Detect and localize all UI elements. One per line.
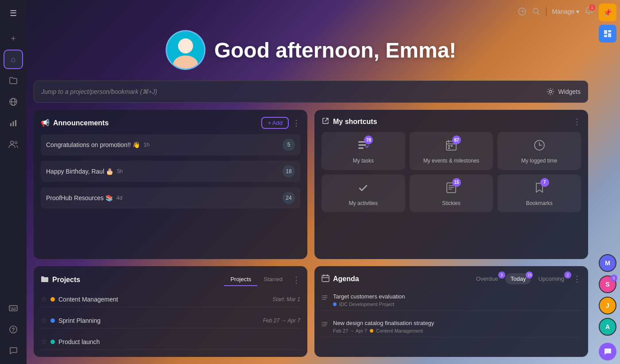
sidebar-item-keyboard[interactable] [4,298,23,318]
svg-rect-64 [608,33,611,37]
agenda-project: Content Management [376,328,423,333]
announcement-item[interactable]: Happy Birthday, Raul 🎂 5h 18 [41,161,300,182]
agenda-project: IDC Development Project [339,302,394,307]
announcements-add-button[interactable]: + Add [261,117,289,129]
agenda-content: Target customers evaluation IDC Developm… [333,293,581,307]
notification-badge: 1 [589,4,595,11]
agenda-calendar-icon [322,274,329,284]
notifications-button[interactable]: 1 [585,6,593,17]
project-name: Content Management [58,296,118,303]
sidebar-item-network[interactable] [4,92,23,112]
announcement-item[interactable]: ProofHub Resources 📚 4d 24 [41,187,300,209]
events-label: My events & milestones [423,158,480,165]
announcement-text: ProofHub Resources 📚 4d [46,194,122,201]
agenda-item[interactable]: Target customers evaluation IDC Developm… [322,290,581,311]
tab-overdue[interactable]: Overdue 3 [471,273,504,284]
svg-point-19 [533,8,538,13]
manage-button[interactable]: Manage ▾ [552,8,579,15]
tasks-icon: 78 [357,139,369,154]
right-panel: 📌 M S 5 J A [595,0,620,364]
online-user-avatar[interactable]: S 5 [599,275,616,293]
svg-line-20 [538,13,539,15]
board-button[interactable] [599,25,616,43]
agenda-item[interactable]: New design catalog finalisation strategy… [322,316,581,337]
topbar: Manage ▾ 1 [27,0,620,23]
tab-projects[interactable]: Projects [224,273,257,286]
topbar-divider [546,7,546,16]
tab-starred[interactable]: Starred [257,273,289,286]
project-item[interactable]: ☆ Sprint Planning Feb 27 → Apr 7 [41,313,300,329]
shortcuts-header: My shortcuts ⋮ [322,117,581,127]
announcement-text: Congratulations on promotion!! 👋 1h [46,141,150,148]
sidebar-item-menu[interactable]: ☰ [4,4,23,23]
folder-icon [9,76,18,85]
tab-upcoming[interactable]: Upcoming 2 [533,273,570,284]
shortcuts-grid: 78 My tasks [322,132,581,212]
announcements-card: 📢 Announcements + Add ⋮ Congratulations … [34,110,307,259]
sidebar-item-projects[interactable] [4,71,23,90]
announcement-text: Happy Birthday, Raul 🎂 5h [46,168,123,175]
projects-folder-icon [41,275,49,284]
projects-title: Projects [41,275,80,284]
search-icon[interactable] [532,7,541,16]
agenda-card: Agenda Overdue 3 Today 15 Upcoming [314,266,588,357]
announcement-count: 24 [283,192,295,204]
clock-icon[interactable] [518,7,527,16]
activities-label: My activities [349,200,378,207]
tasks-label: My tasks [353,158,374,165]
svg-point-61 [322,325,323,326]
time-icon [533,139,546,154]
announcements-header: 📢 Announcements + Add ⋮ [41,117,300,129]
sticky-notes-button[interactable]: 📌 [599,4,616,21]
shortcut-tile-time[interactable]: My logged time [497,132,581,170]
agenda-more-button[interactable]: ⋮ [573,274,581,284]
bottom-row: Projects Projects Starred ⋮ ☆ Content Ma… [34,266,588,357]
shortcut-tile-stickies[interactable]: 15 Stickies [410,174,493,213]
announcement-item[interactable]: Congratulations on promotion!! 👋 1h 5 [41,134,300,155]
online-user-avatar[interactable]: J [599,297,616,314]
activities-icon [357,182,369,197]
svg-point-7 [15,142,17,144]
sidebar-item-people[interactable] [4,135,23,154]
widgets-button[interactable]: Widgets [546,88,581,96]
project-item[interactable]: ☆ Content Management Start: Mar 1 [41,291,300,307]
online-user-avatar[interactable]: A [599,318,616,336]
tasks-badge: 78 [364,136,373,144]
events-badge: 87 [452,136,461,144]
search-bar[interactable]: Jump to a project/person/bookmark (⌘+J) … [34,81,588,103]
shortcut-tile-events[interactable]: 87 My events & milestones [410,132,493,170]
agenda-actions: Overdue 3 Today 15 Upcoming 2 ⋮ [471,273,581,284]
svg-rect-3 [10,123,12,126]
bookmarks-icon: 7 [533,182,546,197]
shortcut-tile-bookmarks[interactable]: 7 Bookmarks [497,174,581,213]
project-item[interactable]: ☆ Product launch [41,334,300,350]
project-date: Start: Mar 1 [272,296,300,302]
tab-today[interactable]: Today 15 [505,273,531,284]
shortcuts-card: My shortcuts ⋮ 78 My [314,110,588,259]
shortcut-tile-activities[interactable]: My activities [322,174,405,213]
sidebar-item-reports[interactable] [4,113,23,133]
project-dot [50,340,55,344]
project-name: Sprint Planning [58,317,101,324]
projects-more-button[interactable]: ⋮ [292,275,300,285]
user-profile-avatar [166,30,205,70]
announcements-more-button[interactable]: ⋮ [292,118,300,128]
sidebar-item-chat[interactable] [4,341,23,360]
sidebar-item-help[interactable]: ? [4,320,23,339]
shortcut-tile-tasks[interactable]: 78 My tasks [322,132,405,170]
greeting-text: Good afternoon, Emma! [214,38,457,62]
agenda-content: New design catalog finalisation strategy… [333,320,581,333]
people-icon [8,140,18,148]
chat-fab-button[interactable] [599,343,616,360]
project-date: Feb 27 → Apr 7 [263,318,300,324]
svg-rect-46 [322,275,329,282]
sidebar-item-home[interactable]: ⌂ [4,50,23,69]
online-user-avatar[interactable]: M [599,254,616,272]
keyboard-icon [9,305,18,311]
shortcuts-icon [322,117,329,127]
svg-point-53 [322,295,323,296]
svg-point-6 [11,141,14,144]
shortcuts-more-button[interactable]: ⋮ [573,117,581,127]
project-left: ☆ Product launch [41,337,100,346]
sidebar-item-add[interactable]: ＋ [4,28,23,48]
